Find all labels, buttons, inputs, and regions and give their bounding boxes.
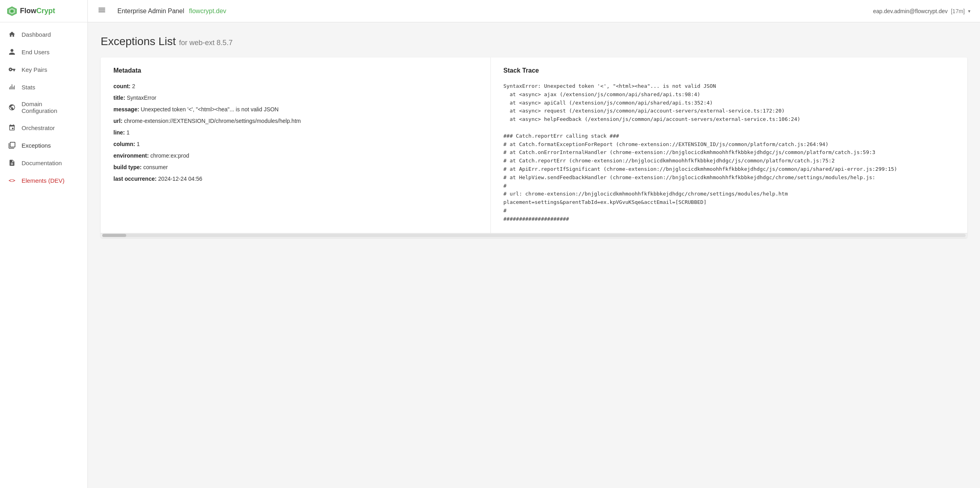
meta-title-value: SyntaxError xyxy=(127,95,156,101)
meta-message-label: message: xyxy=(113,106,139,113)
page-title-subtitle: for web-ext 8.5.7 xyxy=(179,39,232,47)
meta-url: url: chrome-extension://EXTENSION_ID/chr… xyxy=(113,117,478,125)
flowcrypt-logo-icon xyxy=(6,6,18,17)
metadata-header: Metadata xyxy=(113,67,478,74)
sidebar-item-documentation[interactable]: Documentation xyxy=(0,154,87,172)
sidebar-label-key-pairs: Key Pairs xyxy=(22,66,47,73)
meta-environment-value: chrome:ex:prod xyxy=(151,152,189,159)
meta-last-occurrence: last occurrence: 2024-12-24 04:56 xyxy=(113,175,478,183)
sidebar-item-orchestrator[interactable]: Orchestrator xyxy=(0,119,87,136)
page-title-main: Exceptions List xyxy=(101,35,176,47)
meta-line: line: 1 xyxy=(113,128,478,137)
scrollbar-thumb xyxy=(102,234,126,237)
meta-title: title: SyntaxError xyxy=(113,94,478,102)
meta-count: count: 2 xyxy=(113,82,478,91)
stats-icon xyxy=(8,83,16,91)
sidebar-label-orchestrator: Orchestrator xyxy=(22,124,55,131)
main-content: Enterprise Admin Panel flowcrypt.dev eap… xyxy=(88,0,980,488)
card-inner: Metadata count: 2 title: SyntaxError mes… xyxy=(101,57,967,233)
page-content: Exceptions Listfor web-ext 8.5.7 Metadat… xyxy=(88,22,980,488)
sidebar-label-elements-dev: Elements (DEV) xyxy=(22,177,65,184)
sidebar-item-dashboard[interactable]: Dashboard xyxy=(0,26,87,43)
topbar-app-name: Enterprise Admin Panel xyxy=(117,8,184,15)
orchestrator-icon xyxy=(8,124,16,132)
domain-config-icon xyxy=(8,103,16,111)
meta-message-value: Unexpected token '<', "<html><hea"... is… xyxy=(141,106,278,113)
meta-column: column: 1 xyxy=(113,140,478,148)
sidebar-label-end-users: End Users xyxy=(22,49,50,55)
meta-url-value: chrome-extension://EXTENSION_ID/chrome/s… xyxy=(124,118,301,124)
topbar-session: [17m] xyxy=(951,8,965,14)
sidebar-item-elements-dev[interactable]: <> Elements (DEV) xyxy=(0,172,87,189)
meta-count-value: 2 xyxy=(132,83,135,89)
sidebar-nav: Dashboard End Users Key Pairs Stats Doma… xyxy=(0,22,87,488)
sidebar-item-domain-configuration[interactable]: Domain Configuration xyxy=(0,96,87,119)
sidebar-label-documentation: Documentation xyxy=(22,160,62,166)
key-pairs-icon xyxy=(8,65,16,73)
meta-build-type-value: consumer xyxy=(143,164,168,170)
meta-column-value: 1 xyxy=(137,141,140,147)
metadata-column: Metadata count: 2 title: SyntaxError mes… xyxy=(101,57,491,233)
topbar-domain: flowcrypt.dev xyxy=(189,8,226,15)
logo-text-crypt: Crypt xyxy=(36,7,55,15)
meta-count-label: count: xyxy=(113,83,131,89)
topbar-user-menu[interactable]: eap.dev.admin@flowcrypt.dev [17m] ▾ xyxy=(873,8,970,14)
meta-environment-label: environment: xyxy=(113,152,149,159)
stacktrace-content: SyntaxError: Unexpected token '<', "<htm… xyxy=(504,82,955,223)
meta-column-label: column: xyxy=(113,141,135,147)
elements-dev-icon: <> xyxy=(8,176,16,184)
topbar-chevron-down-icon: ▾ xyxy=(968,8,970,14)
topbar-left: Enterprise Admin Panel flowcrypt.dev xyxy=(97,6,226,16)
meta-message: message: Unexpected token '<', "<html><h… xyxy=(113,105,478,114)
meta-url-label: url: xyxy=(113,118,123,124)
sidebar-label-dashboard: Dashboard xyxy=(22,31,51,38)
scrollbar-track xyxy=(102,234,966,237)
page-title: Exceptions Listfor web-ext 8.5.7 xyxy=(101,35,967,48)
topbar: Enterprise Admin Panel flowcrypt.dev eap… xyxy=(88,0,980,22)
sidebar-item-stats[interactable]: Stats xyxy=(0,78,87,96)
meta-line-label: line: xyxy=(113,129,125,136)
dashboard-icon xyxy=(8,30,16,38)
end-users-icon xyxy=(8,48,16,56)
hamburger-menu-icon[interactable] xyxy=(97,6,106,16)
sidebar-label-domain-configuration: Domain Configuration xyxy=(22,101,79,114)
sidebar-label-exceptions: Exceptions xyxy=(22,142,51,149)
meta-title-label: title: xyxy=(113,95,125,101)
exceptions-card: Metadata count: 2 title: SyntaxError mes… xyxy=(101,57,967,238)
sidebar: FlowCrypt Dashboard End Users Key Pairs … xyxy=(0,0,88,488)
meta-last-occurrence-value: 2024-12-24 04:56 xyxy=(158,176,202,182)
stacktrace-header: Stack Trace xyxy=(504,67,955,74)
logo-text-flow: Flow xyxy=(20,7,36,15)
sidebar-item-key-pairs[interactable]: Key Pairs xyxy=(0,61,87,78)
sidebar-item-exceptions[interactable]: Exceptions xyxy=(0,136,87,154)
logo: FlowCrypt xyxy=(0,0,87,22)
meta-last-occurrence-label: last occurrence: xyxy=(113,176,157,182)
meta-line-value: 1 xyxy=(127,129,130,136)
documentation-icon xyxy=(8,159,16,167)
meta-build-type-label: build type: xyxy=(113,164,142,170)
sidebar-label-stats: Stats xyxy=(22,84,35,91)
card-scrollbar[interactable] xyxy=(101,233,967,238)
topbar-user-email: eap.dev.admin@flowcrypt.dev xyxy=(873,8,948,14)
meta-build-type: build type: consumer xyxy=(113,163,478,172)
exceptions-icon xyxy=(8,141,16,149)
stacktrace-column: Stack Trace SyntaxError: Unexpected toke… xyxy=(491,57,968,233)
sidebar-item-end-users[interactable]: End Users xyxy=(0,43,87,61)
meta-environment: environment: chrome:ex:prod xyxy=(113,152,478,160)
